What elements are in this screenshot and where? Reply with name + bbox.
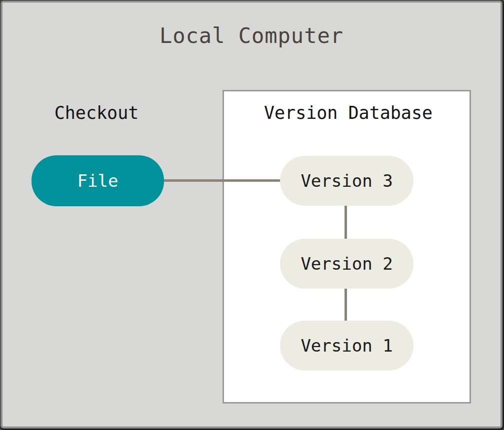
version-3-node: Version 3 <box>280 156 414 206</box>
diagram-canvas: Local Computer Checkout Version Database… <box>0 0 502 429</box>
version-1-node: Version 1 <box>280 321 414 371</box>
connector-version3-to-version2 <box>344 205 347 241</box>
version-2-node: Version 2 <box>280 239 414 289</box>
version-database-title: Version Database <box>224 103 472 123</box>
connector-file-to-version3 <box>162 179 282 182</box>
diagram-title: Local Computer <box>2 23 500 48</box>
checkout-section-label: Checkout <box>30 103 163 123</box>
local-computer-frame: Local Computer Checkout Version Database… <box>0 0 504 430</box>
connector-version2-to-version1 <box>344 287 347 322</box>
file-node: File <box>32 155 164 206</box>
